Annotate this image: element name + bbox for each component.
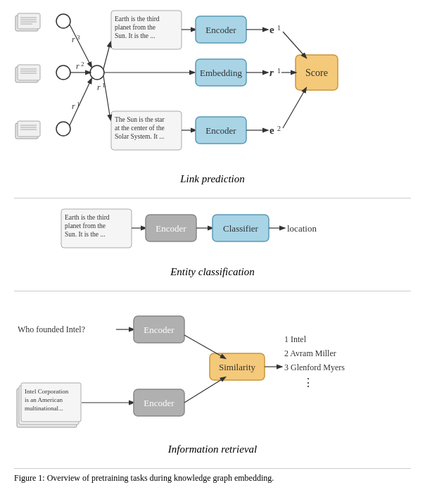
svg-rect-8 [18,65,40,80]
svg-text:Sun. It is the ...: Sun. It is the ... [65,231,106,238]
svg-text:multinational...: multinational... [25,405,63,412]
svg-text:Encoder: Encoder [144,398,175,408]
information-retrieval-diagram: Who founded Intel? Encoder Intel Corpora… [14,298,411,439]
section-link-prediction: r 3 r 2 r 1 Earth is the third planet fr… [14,7,411,185]
svg-text:r: r [72,101,75,111]
entity-classification-diagram: Earth is the third planet from the Sun. … [58,206,367,262]
svg-text:at the center of the: at the center of the [115,125,165,132]
section-entity-classification: Earth is the third planet from the Sun. … [14,206,411,278]
svg-text:Solar System. It ...: Solar System. It ... [115,133,164,140]
svg-rect-1 [18,13,40,29]
svg-text:1: 1 [277,67,281,75]
svg-text:Intel Corporation: Intel Corporation [25,388,69,395]
svg-text:planet from the: planet from the [115,24,156,31]
svg-text:Sun. It is the ...: Sun. It is the ... [115,32,156,39]
svg-point-12 [56,65,70,80]
svg-text:Earth is the third: Earth is the third [115,15,160,23]
svg-line-91 [184,335,225,358]
link-prediction-title: Link prediction [14,173,411,185]
svg-text:r: r [269,67,274,78]
svg-text:3: 3 [77,34,80,41]
svg-text:Classifier: Classifier [223,223,258,234]
entity-classification-title: Entity classification [14,266,411,278]
svg-line-92 [184,377,225,403]
svg-text:e: e [269,125,274,136]
svg-text:Encoder: Encoder [205,25,236,35]
svg-line-63 [283,88,306,128]
svg-text:Earth is the third: Earth is the third [65,214,110,221]
svg-point-18 [56,122,70,136]
svg-line-37 [103,42,110,69]
section-information-retrieval: Who founded Intel? Encoder Intel Corpora… [14,298,411,455]
svg-text:Encoder: Encoder [205,125,236,136]
svg-text:Embedding: Embedding [200,68,242,78]
svg-rect-14 [18,121,40,137]
divider-1 [14,198,411,199]
svg-text:r: r [97,82,101,92]
svg-text:r: r [76,61,80,71]
figure-caption: Figure 1: Overview of pretraining tasks … [14,468,411,484]
svg-text:location: location [287,223,317,234]
svg-text:r: r [72,34,75,44]
link-prediction-diagram: r 3 r 2 r 1 Earth is the third planet fr… [14,7,411,169]
svg-text:⋮: ⋮ [303,377,314,389]
svg-text:Encoder: Encoder [144,325,175,335]
svg-text:planet from the: planet from the [65,222,106,229]
svg-text:1   Intel: 1 Intel [284,334,307,344]
svg-text:Score: Score [305,68,328,78]
svg-text:2: 2 [81,61,84,68]
svg-text:1: 1 [102,82,106,89]
divider-2 [14,291,411,291]
svg-text:2   Avram Miller: 2 Avram Miller [284,348,336,358]
svg-text:1: 1 [277,24,281,32]
svg-text:2: 2 [277,125,281,132]
svg-text:Who founded Intel?: Who founded Intel? [18,325,85,334]
main-container: r 3 r 2 r 1 Earth is the third planet fr… [0,0,425,491]
svg-point-19 [90,65,104,80]
svg-text:3   Glenford Myers: 3 Glenford Myers [284,363,345,372]
svg-text:1: 1 [77,101,80,108]
svg-text:Encoder: Encoder [156,223,186,234]
information-retrieval-title: Information retrieval [14,443,411,455]
svg-text:Similarity: Similarity [219,362,256,372]
svg-line-61 [283,32,306,58]
svg-text:e: e [269,24,274,35]
svg-point-6 [56,14,70,28]
svg-text:is an American: is an American [25,396,63,403]
svg-text:The Sun is the star: The Sun is the star [115,116,165,123]
